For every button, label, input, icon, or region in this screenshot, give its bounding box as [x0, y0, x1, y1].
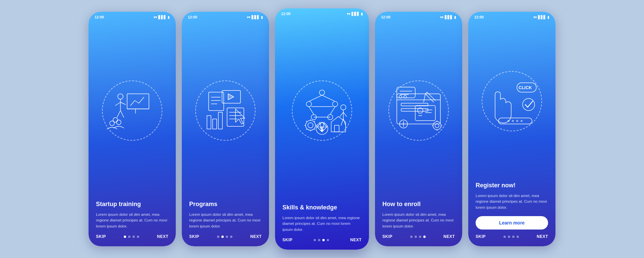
svg-rect-66	[401, 109, 428, 111]
dots-5	[503, 236, 519, 238]
svg-rect-50	[334, 125, 339, 132]
phone-1: 12:00 ▾▾ ▋▋▋ ▮	[89, 12, 176, 246]
dot-1-1	[124, 236, 126, 238]
svg-rect-20	[218, 112, 222, 129]
svg-line-34	[330, 107, 335, 114]
phones-container: 12:00 ▾▾ ▋▋▋ ▮	[89, 8, 555, 250]
enroll-icon	[392, 84, 445, 137]
dots-4	[410, 236, 426, 238]
svg-rect-18	[207, 116, 211, 129]
signal-icon-2: ▋▋▋	[252, 15, 260, 19]
status-bar-3: 12:00 ▾▾ ▋▋▋ ▮	[275, 8, 369, 17]
dashed-circle-2	[195, 80, 256, 141]
bottom-nav-4: SKIP NEXT	[375, 230, 462, 246]
phone-5-content: 12:00 ▾▾ ▋▋▋ ▮ CLICK	[468, 12, 555, 246]
dashed-circle-1	[102, 80, 162, 141]
svg-line-53	[340, 112, 343, 116]
status-bar-4: 12:00 ▾▾ ▋▋▋ ▮	[375, 12, 462, 20]
title-3: Skills & knowledge	[282, 204, 362, 211]
dot-5-3	[512, 236, 515, 238]
battery-icon-2: ▮	[261, 15, 263, 19]
svg-marker-21	[235, 109, 245, 124]
time-4: 12:00	[381, 15, 390, 19]
dot-2-3	[226, 236, 228, 238]
dashed-circle-3: $	[292, 80, 352, 141]
svg-point-28	[332, 101, 338, 107]
text-area-5: Register now! Lorem ipsum dolor sit dim …	[468, 178, 555, 230]
wifi-icon-2: ▾▾	[247, 15, 250, 19]
body-4: Lorem ipsum dolor sit dim amet, mea regi…	[382, 212, 455, 230]
illustration-3: $	[275, 17, 369, 200]
svg-line-55	[341, 119, 343, 125]
wifi-icon-1: ▾▾	[154, 15, 157, 19]
programs-icon	[199, 84, 252, 137]
skip-4[interactable]: SKIP	[382, 234, 392, 239]
svg-point-83	[435, 124, 439, 128]
svg-rect-6	[127, 94, 149, 109]
time-5: 12:00	[474, 15, 484, 19]
signal-icon-3: ▋▋▋	[352, 12, 360, 16]
dot-5-2	[508, 236, 510, 238]
title-4: How to enroll	[382, 200, 455, 208]
dot-4-3	[419, 236, 421, 238]
bottom-nav-5: SKIP NEXT	[468, 230, 555, 246]
svg-marker-17	[228, 94, 234, 100]
battery-icon-3: ▮	[361, 12, 363, 16]
status-icons-4: ▾▾ ▋▋▋ ▮	[440, 15, 456, 19]
bottom-nav-1: SKIP NEXT	[89, 230, 176, 246]
text-area-3: Skills & knowledge Lorem ipsum dolor sit…	[275, 200, 369, 233]
skip-2[interactable]: SKIP	[189, 234, 199, 239]
phone-3-content: 12:00 ▾▾ ▋▋▋ ▮	[275, 8, 369, 250]
dot-5-4	[517, 236, 519, 238]
body-3: Lorem ipsum dolor sit dim amet, mea regi…	[282, 215, 362, 233]
illustration-1	[89, 20, 176, 197]
next-5[interactable]: NEXT	[537, 234, 548, 239]
text-area-4: How to enroll Lorem ipsum dolor sit dim …	[375, 197, 462, 230]
phone-1-content: 12:00 ▾▾ ▋▋▋ ▮	[89, 12, 176, 246]
status-bar-5: 12:00 ▾▾ ▋▋▋ ▮	[468, 12, 555, 20]
svg-line-75	[424, 94, 425, 102]
register-icon: CLICK	[485, 74, 539, 128]
wifi-icon-4: ▾▾	[440, 15, 443, 19]
skip-3[interactable]: SKIP	[282, 238, 292, 242]
svg-point-27	[306, 101, 312, 107]
illustration-4	[375, 20, 462, 197]
next-4[interactable]: NEXT	[443, 234, 455, 239]
svg-line-4	[117, 111, 120, 117]
dot-4-2	[415, 236, 417, 238]
svg-line-43	[306, 121, 307, 122]
illustration-2	[182, 20, 269, 197]
status-icons-1: ▾▾ ▋▋▋ ▮	[154, 15, 170, 19]
svg-point-38	[308, 123, 313, 128]
svg-line-31	[309, 95, 322, 102]
svg-point-94	[516, 120, 518, 122]
next-3[interactable]: NEXT	[350, 238, 362, 242]
phone-2: 12:00 ▾▾ ▋▋▋ ▮	[182, 12, 269, 246]
phone-4-content: 12:00 ▾▾ ▋▋▋ ▮	[375, 12, 462, 246]
phone-3: 12:00 ▾▾ ▋▋▋ ▮	[275, 8, 369, 250]
svg-point-90	[523, 99, 535, 111]
time-1: 12:00	[95, 15, 104, 19]
bottom-nav-3: SKIP NEXT	[275, 233, 369, 250]
svg-point-95	[521, 120, 523, 122]
wifi-icon-3: ▾▾	[347, 12, 350, 16]
learn-more-button[interactable]: Learn more	[476, 216, 548, 230]
skip-5[interactable]: SKIP	[476, 234, 486, 239]
svg-point-93	[512, 120, 514, 122]
title-2: Programs	[189, 200, 262, 208]
text-area-1: Startup training Lorem ipsum dolor sit d…	[89, 197, 176, 230]
svg-line-5	[120, 111, 124, 117]
svg-line-54	[343, 112, 347, 116]
status-icons-2: ▾▾ ▋▋▋ ▮	[247, 15, 263, 19]
dot-1-4	[137, 236, 139, 238]
svg-line-2	[115, 102, 120, 106]
dashed-circle-5: CLICK	[482, 71, 542, 131]
skip-1[interactable]: SKIP	[96, 234, 106, 239]
time-3: 12:00	[281, 12, 290, 16]
next-2[interactable]: NEXT	[250, 234, 262, 239]
signal-icon-1: ▋▋▋	[158, 15, 166, 19]
next-1[interactable]: NEXT	[157, 234, 168, 239]
phone-5: 12:00 ▾▾ ▋▋▋ ▮ CLICK	[468, 12, 555, 246]
svg-point-51	[341, 105, 346, 110]
dot-3-3	[322, 239, 325, 241]
